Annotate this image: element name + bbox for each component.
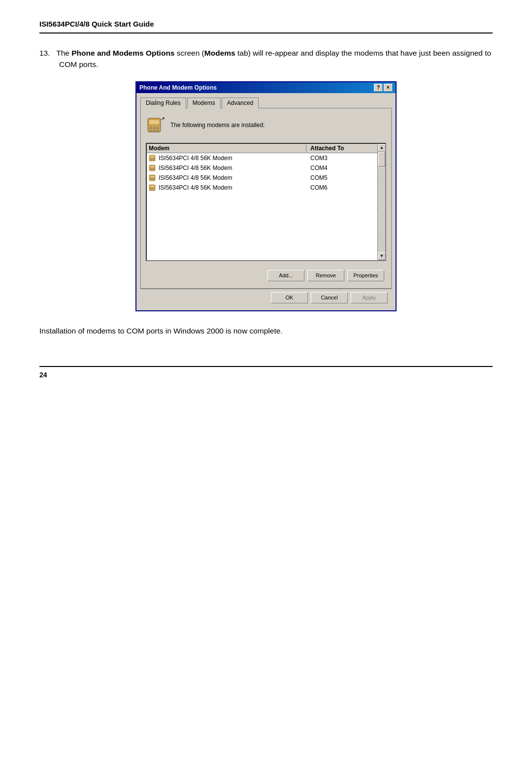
svg-rect-15 bbox=[149, 165, 155, 171]
svg-rect-26 bbox=[150, 186, 154, 187]
col-attached-header: Attached To bbox=[306, 145, 375, 152]
svg-point-14 bbox=[153, 159, 154, 160]
cancel-button[interactable]: Cancel bbox=[311, 292, 348, 303]
close-button[interactable]: × bbox=[384, 84, 393, 92]
step-text-before: The bbox=[56, 49, 71, 57]
scrollbar[interactable]: ▲ ▼ bbox=[377, 144, 385, 260]
modem-table: Modem Attached To bbox=[146, 143, 386, 261]
svg-rect-11 bbox=[150, 156, 154, 158]
dialog-body: Dialing Rules Modems Advanced bbox=[136, 93, 396, 310]
step-number: 13. bbox=[39, 49, 54, 57]
conclusion-text: Installation of modems to COM ports in W… bbox=[39, 325, 493, 336]
tab-content: The following modems are installed: Mode… bbox=[140, 108, 392, 289]
scrollbar-body bbox=[378, 166, 385, 252]
ok-button[interactable]: OK bbox=[271, 292, 308, 303]
page-header: ISI5634PCI/4/8 Quick Start Guide bbox=[39, 20, 493, 33]
table-header: Modem Attached To bbox=[147, 144, 377, 153]
svg-point-24 bbox=[153, 178, 154, 179]
svg-rect-1 bbox=[149, 120, 159, 124]
scrollbar-down-arrow[interactable]: ▼ bbox=[378, 252, 386, 260]
table-row[interactable]: ISI5634PCI 4/8 56K Modem COM6 bbox=[147, 183, 377, 193]
step-text: 13. The Phone and Modems Options screen … bbox=[39, 47, 493, 70]
add-button[interactable]: Add... bbox=[267, 270, 304, 281]
scrollbar-up-arrow[interactable]: ▲ bbox=[378, 144, 386, 152]
svg-point-5 bbox=[150, 130, 152, 132]
modem-row-name: ISI5634PCI 4/8 56K Modem bbox=[149, 164, 306, 172]
table-row[interactable]: ISI5634PCI 4/8 56K Modem COM4 bbox=[147, 163, 377, 173]
modem-row-name: ISI5634PCI 4/8 56K Modem bbox=[149, 184, 306, 192]
dialog-titlebar: Phone And Modem Options ? × bbox=[136, 82, 396, 93]
header-title: ISI5634PCI/4/8 Quick Start Guide bbox=[39, 20, 154, 28]
modem-row-icon bbox=[149, 174, 157, 182]
modem-info-row: The following modems are installed: bbox=[146, 113, 386, 137]
table-main: Modem Attached To bbox=[147, 144, 377, 260]
svg-point-23 bbox=[152, 178, 153, 179]
svg-point-18 bbox=[152, 168, 153, 169]
modem-row-name: ISI5634PCI 4/8 56K Modem bbox=[149, 174, 306, 182]
titlebar-buttons: ? × bbox=[374, 84, 393, 92]
tab-advanced[interactable]: Advanced bbox=[222, 98, 259, 108]
modem-row-icon bbox=[149, 184, 157, 192]
table-row[interactable]: ISI5634PCI 4/8 56K Modem COM3 bbox=[147, 153, 377, 163]
table-row[interactable]: ISI5634PCI 4/8 56K Modem COM5 bbox=[147, 173, 377, 183]
action-buttons-row: Add... Remove Properties bbox=[146, 266, 386, 283]
remove-button[interactable]: Remove bbox=[307, 270, 344, 281]
svg-point-12 bbox=[150, 159, 151, 160]
svg-point-7 bbox=[157, 130, 159, 132]
svg-point-28 bbox=[152, 188, 153, 189]
svg-point-17 bbox=[150, 168, 151, 169]
modem-row-name: ISI5634PCI 4/8 56K Modem bbox=[149, 154, 306, 162]
svg-rect-25 bbox=[149, 185, 155, 191]
modem-row-attached: COM6 bbox=[306, 184, 375, 191]
svg-rect-10 bbox=[149, 155, 155, 161]
step-bold2: Modems bbox=[204, 49, 235, 57]
modem-row-icon bbox=[149, 154, 157, 162]
svg-point-6 bbox=[153, 130, 155, 132]
tab-modems[interactable]: Modems bbox=[187, 98, 221, 108]
phone-modem-options-dialog: Phone And Modem Options ? × Dialing Rule… bbox=[135, 81, 397, 311]
svg-rect-16 bbox=[150, 166, 154, 167]
modem-icon bbox=[146, 115, 166, 135]
apply-button[interactable]: Apply bbox=[351, 292, 388, 303]
properties-button[interactable]: Properties bbox=[347, 270, 384, 281]
svg-point-22 bbox=[150, 178, 151, 179]
svg-point-4 bbox=[157, 127, 159, 129]
dialog-footer: OK Cancel Apply bbox=[140, 289, 392, 306]
page-footer: 24 bbox=[39, 366, 493, 379]
col-modem-header: Modem bbox=[149, 145, 306, 152]
svg-rect-21 bbox=[150, 176, 154, 177]
page-number: 24 bbox=[39, 371, 47, 379]
svg-point-9 bbox=[163, 117, 165, 119]
step-bold1: Phone and Modems Options bbox=[71, 49, 174, 57]
svg-point-29 bbox=[153, 188, 154, 189]
table-body[interactable]: ISI5634PCI 4/8 56K Modem COM3 bbox=[147, 153, 377, 260]
svg-point-3 bbox=[153, 127, 155, 129]
dialog-wrapper: Phone And Modem Options ? × Dialing Rule… bbox=[39, 81, 493, 311]
step-text-mid1: screen ( bbox=[174, 49, 204, 57]
svg-point-2 bbox=[150, 127, 152, 129]
svg-point-13 bbox=[152, 159, 153, 160]
dialog-title: Phone And Modem Options bbox=[139, 84, 217, 91]
modem-row-icon bbox=[149, 164, 157, 172]
scrollbar-thumb[interactable] bbox=[378, 152, 385, 166]
modem-row-attached: COM5 bbox=[306, 174, 375, 181]
modem-info-text: The following modems are installed: bbox=[170, 122, 265, 129]
modem-row-attached: COM3 bbox=[306, 155, 375, 162]
modem-row-attached: COM4 bbox=[306, 165, 375, 171]
svg-rect-20 bbox=[149, 175, 155, 181]
tab-bar: Dialing Rules Modems Advanced bbox=[140, 97, 392, 108]
tab-dialing-rules[interactable]: Dialing Rules bbox=[140, 98, 186, 108]
svg-point-19 bbox=[153, 168, 154, 169]
svg-point-27 bbox=[150, 188, 151, 189]
help-button[interactable]: ? bbox=[374, 84, 383, 92]
